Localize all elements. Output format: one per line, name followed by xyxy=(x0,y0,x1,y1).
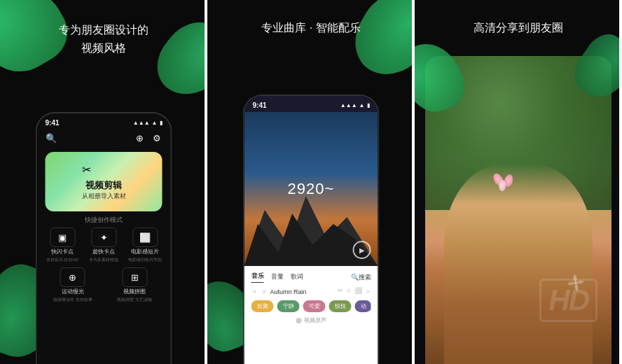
mode-item-3[interactable]: ⬜ 电影感短片 电影级别色与节拍 xyxy=(127,227,164,263)
settings-icon[interactable]: ⚙ xyxy=(151,132,163,144)
star-icon[interactable]: ☆ xyxy=(346,287,352,296)
chip-ningjing[interactable]: 宁静 xyxy=(277,300,300,312)
status-icons-1: ▲▲▲ ▲ ▮ xyxy=(133,120,163,126)
mode-item-5[interactable]: ⊞ 视频拼图 视频拼图 文艺滤镜 xyxy=(106,267,164,303)
scissors-icon: ✂ xyxy=(82,163,126,176)
mode-name-1: 快闪卡点 xyxy=(51,248,74,255)
video-preview: 2920~ ▶ xyxy=(244,112,378,266)
music-tabs: 音乐 音量 歌词 🔍搜索 xyxy=(251,272,371,283)
tab-lyrics[interactable]: 歌词 xyxy=(291,272,303,283)
signal-icon: ▲▲▲ xyxy=(133,120,150,126)
mode-name-3: 电影感短片 xyxy=(131,248,159,255)
music-section: 音乐 音量 歌词 🔍搜索 ＜ ♬ Autumn Rain ✂ ☆ ⬜ ＞ xyxy=(244,266,378,364)
mode-icon-4: ⊕ xyxy=(60,267,85,287)
mode-sub-2: 专为多素材精选 xyxy=(89,257,118,263)
chip-jingyue[interactable]: 惊悦 xyxy=(329,300,352,312)
mode-sub-4: 超级慢动作 支持故事 xyxy=(53,297,92,303)
mode-item-1[interactable]: ▣ 快闪卡点 支持音乐 自创HD xyxy=(44,227,81,263)
chip-dong[interactable]: 动 xyxy=(355,300,371,312)
panel1-title-line1: 专为朋友圈设计的 xyxy=(0,21,207,39)
mode-sub-5: 视频拼图 文艺滤镜 xyxy=(117,297,152,303)
prev-track-icon[interactable]: ＜ xyxy=(251,287,258,296)
panel1-title: 专为朋友圈设计的 视频风格 xyxy=(0,21,207,57)
video-number: 2920~ xyxy=(288,180,335,198)
mode-item-4[interactable]: ⊕ 运动慢光 超级慢动作 支持故事 xyxy=(44,267,102,303)
mode-name-4: 运动慢光 xyxy=(62,288,84,295)
source-dot xyxy=(296,318,301,323)
signal-icon-2: ▲▲▲ xyxy=(340,102,357,108)
chip-huanju[interactable]: 欢聚 xyxy=(251,300,274,312)
next-track-icon[interactable]: ＞ xyxy=(365,287,371,296)
play-button[interactable]: ▶ xyxy=(353,241,371,259)
panel2-title: 专业曲库 · 智能配乐 xyxy=(207,21,415,36)
chip-keai[interactable]: 可爱 xyxy=(303,300,326,312)
mode-name-5: 视频拼图 xyxy=(123,288,146,295)
panel-2: 专业曲库 · 智能配乐 9:41 ▲▲▲ ▲ ▮ 2920~ xyxy=(207,0,415,364)
track-name: Autumn Rain xyxy=(270,288,333,295)
status-time-2: 9:41 xyxy=(253,102,267,109)
tab-music[interactable]: 音乐 xyxy=(251,272,264,283)
panel3-title: 高清分享到朋友圈 xyxy=(415,21,622,36)
mode-sub-3: 电影级别色与节拍 xyxy=(128,257,162,263)
mode-icon-5: ⊞ xyxy=(122,267,147,287)
status-bar-2: 9:41 ▲▲▲ ▲ ▮ xyxy=(244,96,378,112)
video-card-content: ✂ 视频剪辑 从相册导入素材 xyxy=(82,163,126,201)
music-source: 视频原声 xyxy=(251,316,371,324)
pinwheel-icon xyxy=(565,272,587,294)
mode-grid-row2: ⊕ 运动慢光 超级慢动作 支持故事 ⊞ 视频拼图 视频拼图 文艺滤镜 xyxy=(37,267,171,303)
track-waveform-icon: ♬ xyxy=(262,288,266,295)
phone-mockup-2: 9:41 ▲▲▲ ▲ ▮ 2920~ ▶ xyxy=(243,94,380,364)
search-icon[interactable]: 🔍 xyxy=(46,132,57,144)
wifi-icon: ▲ xyxy=(152,120,158,126)
track-actions: ✂ ☆ ⬜ ＞ xyxy=(338,287,371,296)
panel-1: 专为朋友圈设计的 视频风格 9:41 ▲▲▲ ▲ ▮ 🔍 ⊕ ⚙ xyxy=(0,0,207,364)
music-track-row: ＜ ♬ Autumn Rain ✂ ☆ ⬜ ＞ xyxy=(251,287,371,296)
tab-volume[interactable]: 音量 xyxy=(271,272,284,283)
battery-icon: ▮ xyxy=(160,120,163,126)
mode-name-2: 超快卡点 xyxy=(92,248,115,255)
mode-icon-1: ▣ xyxy=(50,227,75,247)
video-card-sublabel: 从相册导入素材 xyxy=(82,192,126,201)
status-icons-2: ▲▲▲ ▲ ▮ xyxy=(340,102,370,108)
video-card[interactable]: ✂ 视频剪辑 从相册导入素材 xyxy=(46,152,163,211)
mode-icon-3: ⬜ xyxy=(132,227,158,247)
phone-inner-2: 9:41 ▲▲▲ ▲ ▮ 2920~ ▶ xyxy=(244,96,378,364)
video-card-label: 视频剪辑 xyxy=(82,179,126,192)
add-track-icon[interactable]: ⬜ xyxy=(354,287,362,296)
status-time-1: 9:41 xyxy=(46,119,60,127)
battery-icon-2: ▮ xyxy=(367,102,370,108)
music-search[interactable]: 🔍搜索 xyxy=(351,273,371,282)
panel1-title-line2: 视频风格 xyxy=(0,39,207,57)
mode-icon-2: ✦ xyxy=(91,227,116,247)
phone-mockup-1: 9:41 ▲▲▲ ▲ ▮ 🔍 ⊕ ⚙ ✂ 视频剪辑 xyxy=(36,112,172,364)
green-leaf-p2-top-right xyxy=(343,0,415,89)
add-icon[interactable]: ⊕ xyxy=(134,132,146,144)
mode-item-2[interactable]: ✦ 超快卡点 专为多素材精选 xyxy=(85,227,123,263)
pinwheel-svg xyxy=(566,273,586,293)
cut-icon[interactable]: ✂ xyxy=(338,287,343,296)
app-header-1: 🔍 ⊕ ⚙ xyxy=(37,130,171,148)
phone-inner-1: 9:41 ▲▲▲ ▲ ▮ 🔍 ⊕ ⚙ ✂ 视频剪辑 xyxy=(37,113,171,364)
mode-grid-row1: ▣ 快闪卡点 支持音乐 自创HD ✦ 超快卡点 专为多素材精选 ⬜ 电影感短片 … xyxy=(37,227,171,263)
source-label: 视频原声 xyxy=(304,316,326,324)
panel-3: 高清分享到朋友圈 HD xyxy=(415,0,622,364)
mode-sub-1: 支持音乐 自创HD xyxy=(46,257,78,263)
wifi-icon-2: ▲ xyxy=(359,102,365,108)
app-header-right: ⊕ ⚙ xyxy=(134,132,163,144)
quick-mode-title: 快捷创作模式 xyxy=(37,216,171,225)
status-bar-1: 9:41 ▲▲▲ ▲ ▮ xyxy=(37,113,171,130)
music-chips: 欢聚 宁静 可爱 惊悦 动 xyxy=(251,300,371,312)
